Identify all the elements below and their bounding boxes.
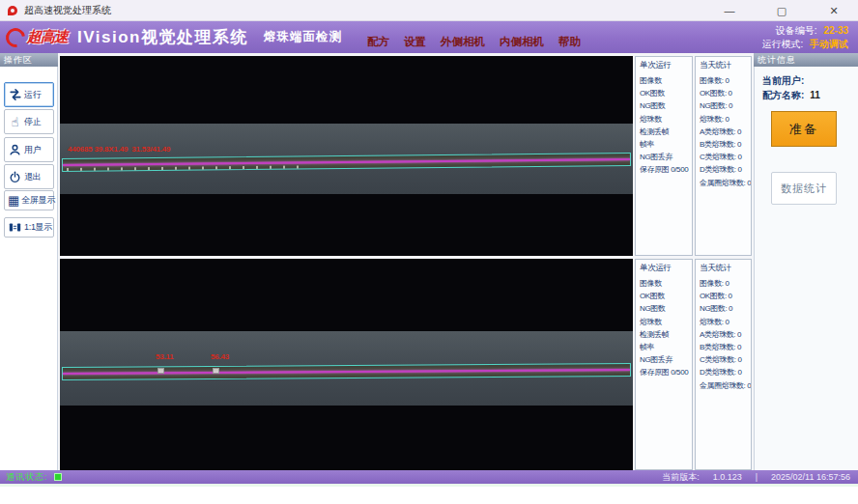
- window-bottom-edge: [0, 484, 858, 487]
- stat-row: 图像数: 0: [700, 74, 748, 87]
- comm-status-indicator: [54, 473, 62, 481]
- brand-logo: 超高速: [6, 28, 68, 47]
- version-value: 1.0.123: [713, 472, 742, 482]
- stat-row: 熔珠数: 0: [700, 113, 748, 126]
- camera-view-inner[interactable]: 53.11 56.43: [60, 259, 633, 470]
- one-to-one-icon: [8, 221, 22, 234]
- stat-row: NG图数: 0: [700, 302, 748, 315]
- stat-row: 熔珠数: [640, 316, 689, 328]
- stat-row: D类熔珠数: 0: [700, 163, 748, 176]
- user-icon: [8, 144, 22, 156]
- sidebar-button-label: 1:1显示: [24, 221, 52, 234]
- stat-row: C类熔珠数: 0: [700, 353, 748, 366]
- menu-item-内侧相机[interactable]: 内侧相机: [500, 35, 544, 49]
- window-title: 超高速视觉处理系统: [24, 4, 111, 17]
- stop-icon: ☝: [8, 116, 22, 128]
- run-mode-value: 手动调试: [810, 39, 848, 49]
- close-icon[interactable]: ✕: [827, 0, 841, 21]
- data-statistics-button[interactable]: 数据统计: [771, 172, 837, 205]
- stat-row: NG图数: 0: [700, 99, 748, 112]
- version-label: 当前版本:: [662, 471, 700, 484]
- ready-button[interactable]: 准备: [771, 111, 837, 147]
- stat-row: 检测丢帧: [640, 328, 689, 341]
- maximize-icon[interactable]: ▢: [775, 0, 788, 21]
- stat-row: B类熔珠数: 0: [700, 138, 748, 151]
- app-icon: [8, 6, 17, 15]
- sidebar-button-label: 退出: [24, 171, 41, 183]
- stat-row: B类熔珠数: 0: [700, 341, 748, 353]
- comm-status-label: 通讯状态:: [6, 471, 48, 484]
- camera2-defect-marker: [157, 368, 164, 374]
- stat-row: C类熔珠数: 0: [700, 151, 748, 163]
- stat-row: OK图数: 0: [700, 87, 748, 99]
- exit-icon: [8, 171, 22, 183]
- stat-row: 金属圈熔珠数: 0: [700, 177, 748, 189]
- stat-row: 熔珠数: [640, 113, 689, 126]
- stat-row: NG图丢弃: [640, 353, 689, 366]
- sidebar-button-运行[interactable]: 运行: [4, 82, 54, 107]
- sidebar-button-全屏显示[interactable]: ▦全屏显示: [4, 190, 54, 210]
- stat-row: NG图数: [640, 99, 689, 112]
- app-subtitle: 熔珠端面检测: [264, 29, 342, 45]
- menu-item-帮助[interactable]: 帮助: [558, 35, 581, 49]
- stat-row: D类熔珠数: 0: [700, 366, 748, 378]
- stat-row: 熔珠数: 0: [700, 316, 748, 328]
- stats-panel-title: 单次运行: [640, 263, 689, 274]
- sidebar-button-退出[interactable]: 退出: [4, 164, 54, 189]
- device-number-value: 22-33: [823, 25, 848, 36]
- stat-row: 保存原图 0/500: [640, 366, 689, 378]
- sidebar-title: 操作区: [0, 53, 58, 67]
- stat-row: NG图数: [640, 302, 689, 315]
- run-mode-label: 运行模式:: [761, 39, 803, 49]
- stat-row: 帧率: [640, 138, 689, 151]
- menu-item-外侧相机[interactable]: 外侧相机: [441, 35, 485, 49]
- sidebar-button-1:1显示[interactable]: 1:1显示: [4, 217, 54, 238]
- stat-row: 帧率: [640, 341, 689, 353]
- info-panel-title: 统计信息: [754, 53, 858, 67]
- logo-text: 超高速: [27, 28, 68, 46]
- app-header: 超高速 IVision视觉处理系统 熔珠端面检测 配方设置外侧相机内侧相机帮助 …: [0, 21, 858, 53]
- menu-item-配方[interactable]: 配方: [367, 35, 389, 49]
- stat-row: 检测丢帧: [640, 126, 689, 138]
- menu-item-设置[interactable]: 设置: [404, 35, 426, 49]
- sidebar: 运行☝停止用户退出▦全屏显示1:1显示: [0, 67, 58, 470]
- stats-panel-title: 当天统计: [700, 263, 748, 274]
- stat-row: A类熔珠数: 0: [700, 328, 748, 341]
- minimize-icon[interactable]: —: [723, 0, 736, 21]
- os-titlebar: 超高速视觉处理系统 — ▢ ✕: [0, 0, 858, 21]
- current-user-row: 当前用户:: [762, 74, 810, 88]
- stat-row: OK图数: [640, 290, 689, 302]
- camera2-defect-marker: [213, 368, 219, 374]
- recipe-name-value: 11: [810, 90, 820, 100]
- app-window: 超高速视觉处理系统 — ▢ ✕ 超高速 IVision视觉处理系统 熔珠端面检测…: [0, 0, 858, 504]
- info-panel: 当前用户: 配方名称:11 准备 数据统计: [754, 67, 858, 470]
- stats-single_run-panel-1: 单次运行图像数OK图数NG图数熔珠数检测丢帧帧率NG图丢弃保存原图 0/500: [635, 56, 693, 256]
- stat-row: 图像数: 0: [700, 277, 748, 290]
- stats-panel-title: 当天统计: [700, 60, 748, 71]
- sidebar-button-label: 用户: [24, 144, 41, 156]
- stats-panel-title: 单次运行: [640, 60, 689, 71]
- camera2-measurement-annotation: 56.43: [211, 352, 229, 361]
- stats-daily-panel-2: 当天统计图像数: 0OK图数: 0NG图数: 0熔珠数: 0A类熔珠数: 0B类…: [695, 259, 752, 470]
- stat-row: 图像数: [640, 74, 689, 87]
- stat-row: OK图数: 0: [700, 290, 748, 302]
- device-number-label: 设备编号:: [776, 25, 817, 36]
- run-icon: [8, 88, 22, 101]
- camera2-measurement-annotation: 53.11: [156, 352, 174, 361]
- camera-view-outer[interactable]: 440685 39.8X1.49 31.53/41.49: [60, 56, 633, 256]
- app-title: IVision视觉处理系统: [77, 26, 248, 48]
- sidebar-button-停止[interactable]: ☝停止: [4, 109, 54, 134]
- logo-swoosh-icon: [2, 24, 29, 51]
- stat-row: 金属圈熔珠数: 0: [700, 379, 748, 392]
- stat-row: NG图丢弃: [640, 151, 689, 163]
- status-bar-right: 当前版本: 1.0.123 | 2025/02/11 16:57:56: [662, 471, 850, 484]
- stat-row: OK图数: [640, 87, 689, 99]
- sidebar-button-用户[interactable]: 用户: [4, 137, 54, 162]
- sidebar-button-label: 停止: [24, 116, 41, 128]
- recipe-name-row: 配方名称:11: [762, 89, 820, 102]
- status-separator: |: [756, 472, 758, 482]
- fullscreen-icon: ▦: [8, 194, 19, 207]
- menu-bar: 配方设置外侧相机内侧相机帮助: [367, 35, 581, 49]
- stat-row: 保存原图 0/500: [640, 163, 689, 176]
- camera1-measurement-annotation: 440685 39.8X1.49 31.53/41.49: [68, 145, 170, 154]
